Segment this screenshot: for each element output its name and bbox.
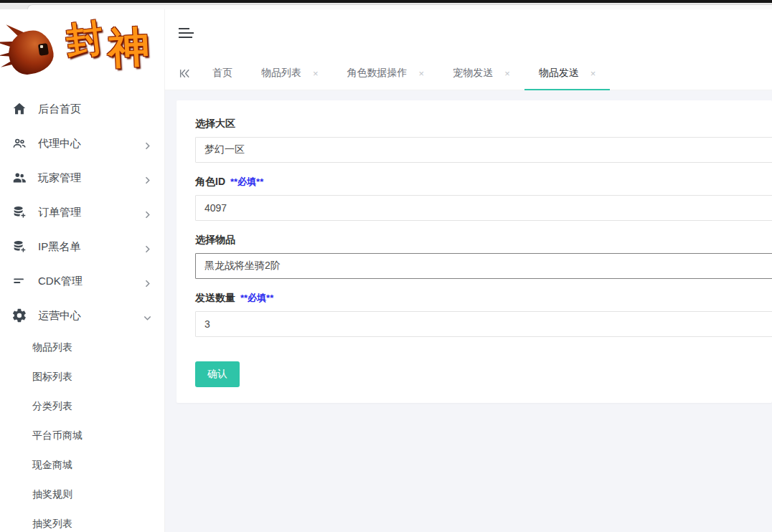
tab-item-send[interactable]: 物品发送 × xyxy=(524,57,611,90)
orders-icon xyxy=(11,204,28,221)
field-label: 角色ID **必填** xyxy=(195,176,772,189)
sidebar-item-ip-blacklist[interactable]: IP黑名单 xyxy=(0,229,164,264)
sidebar: 封 神 后台首页 代理中心 xyxy=(0,9,165,532)
tab-role-data-ops[interactable]: 角色数据操作 × xyxy=(333,57,439,90)
field-label: 选择大区 xyxy=(195,118,772,130)
tab-label: 宠物发送 xyxy=(453,67,493,80)
chevron-right-icon xyxy=(143,277,151,285)
close-icon[interactable]: × xyxy=(313,69,319,78)
main-content: 首页 物品列表 × 角色数据操作 × 宠物发送 × 物品发送 × xyxy=(165,9,772,532)
field-item: 选择物品 xyxy=(195,234,772,279)
players-icon xyxy=(11,169,28,186)
required-hint: **必填** xyxy=(230,176,263,189)
field-label-text: 选择大区 xyxy=(195,118,235,130)
submenu-item-label: 抽奖规则 xyxy=(32,488,72,501)
logo-title: 封 神 xyxy=(66,21,149,62)
field-region: 选择大区 xyxy=(195,118,772,163)
item-send-form-card: 选择大区 角色ID **必填** 选择物品 xyxy=(176,100,772,403)
agents-icon xyxy=(11,135,28,152)
ip-blacklist-icon xyxy=(11,238,28,255)
menu-toggle-icon[interactable] xyxy=(179,25,194,41)
sidebar-item-label: 玩家管理 xyxy=(38,171,143,185)
chevron-right-icon xyxy=(143,209,151,217)
sidebar-item-label: 运营中心 xyxy=(38,309,143,323)
home-icon xyxy=(11,100,28,118)
submenu-item-category-list[interactable]: 分类列表 xyxy=(0,391,164,421)
sidebar-item-label: 后台首页 xyxy=(38,103,151,116)
close-icon[interactable]: × xyxy=(590,69,596,78)
sidebar-item-cdk[interactable]: CDK管理 xyxy=(0,264,164,298)
sidebar-item-label: 订单管理 xyxy=(38,206,143,219)
sidebar-item-players[interactable]: 玩家管理 xyxy=(0,161,164,195)
submenu-item-label: 分类列表 xyxy=(32,400,72,413)
submenu-item-lottery-list[interactable]: 抽奖列表 xyxy=(0,509,164,532)
field-label-text: 发送数量 xyxy=(195,292,235,305)
tab-goods-list[interactable]: 物品列表 × xyxy=(247,57,333,90)
admin-app: 封 神 后台首页 代理中心 xyxy=(0,9,772,532)
tab-label: 首页 xyxy=(212,67,232,80)
submenu-item-goods-list[interactable]: 物品列表 xyxy=(0,333,164,362)
collapse-tabs-icon[interactable] xyxy=(171,57,198,90)
submenu-item-platform-coin-shop[interactable]: 平台币商城 xyxy=(0,421,164,450)
sidebar-item-operations[interactable]: 运营中心 xyxy=(0,298,164,333)
sidebar-item-label: IP黑名单 xyxy=(38,240,143,254)
browser-tab-edge xyxy=(27,4,772,9)
submenu-item-label: 现金商城 xyxy=(32,459,72,472)
tab-label: 角色数据操作 xyxy=(347,67,408,80)
sidebar-item-label: 代理中心 xyxy=(38,137,143,151)
game-logo: 封 神 xyxy=(0,9,164,92)
field-label-text: 选择物品 xyxy=(195,234,235,247)
sidebar-item-dashboard[interactable]: 后台首页 xyxy=(0,92,164,126)
operations-gear-icon xyxy=(11,307,28,324)
confirm-button[interactable]: 确认 xyxy=(195,361,240,387)
sidebar-menu: 后台首页 代理中心 xyxy=(0,92,164,532)
required-hint: **必填** xyxy=(240,292,273,305)
chevron-right-icon xyxy=(143,174,151,182)
sidebar-item-agents[interactable]: 代理中心 xyxy=(0,126,164,161)
close-icon[interactable]: × xyxy=(419,69,425,78)
lion-head-icon xyxy=(0,19,63,87)
field-label: 发送数量 **必填** xyxy=(195,292,772,305)
operations-submenu: 物品列表 图标列表 分类列表 平台币商城 现金商城 抽奖规则 抽 xyxy=(0,333,164,532)
logo-char-1: 封 xyxy=(64,19,105,60)
submenu-item-label: 物品列表 xyxy=(32,341,72,354)
page-body: 选择大区 角色ID **必填** 选择物品 xyxy=(165,90,772,532)
submenu-item-label: 抽奖列表 xyxy=(32,518,72,531)
top-header xyxy=(165,9,772,57)
tab-pet-send[interactable]: 宠物发送 × xyxy=(438,57,524,90)
role-id-input[interactable] xyxy=(195,195,772,221)
sidebar-item-label: CDK管理 xyxy=(38,275,143,288)
logo-char-2: 神 xyxy=(107,26,151,70)
submenu-item-lottery-rules[interactable]: 抽奖规则 xyxy=(0,480,164,509)
quantity-input[interactable] xyxy=(195,311,772,337)
chevron-right-icon xyxy=(143,140,151,148)
chevron-right-icon xyxy=(143,243,151,251)
submenu-item-icon-list[interactable]: 图标列表 xyxy=(0,362,164,391)
tab-label: 物品列表 xyxy=(261,67,301,80)
submenu-item-cash-shop[interactable]: 现金商城 xyxy=(0,450,164,480)
item-select[interactable] xyxy=(195,253,772,279)
cdk-icon xyxy=(11,272,28,290)
tab-label: 物品发送 xyxy=(539,67,579,80)
field-label-text: 角色ID xyxy=(195,176,225,189)
tab-home[interactable]: 首页 xyxy=(198,57,247,90)
region-select[interactable] xyxy=(195,137,772,163)
submenu-item-label: 平台币商城 xyxy=(32,429,83,442)
submenu-item-label: 图标列表 xyxy=(32,371,72,384)
field-quantity: 发送数量 **必填** xyxy=(195,292,772,337)
field-role-id: 角色ID **必填** xyxy=(195,176,772,221)
close-icon[interactable]: × xyxy=(504,69,510,78)
sidebar-item-orders[interactable]: 订单管理 xyxy=(0,195,164,229)
field-label: 选择物品 xyxy=(195,234,772,247)
browser-tab-strip xyxy=(0,3,772,9)
chevron-down-icon xyxy=(143,312,151,320)
tab-bar: 首页 物品列表 × 角色数据操作 × 宠物发送 × 物品发送 × xyxy=(165,57,772,90)
